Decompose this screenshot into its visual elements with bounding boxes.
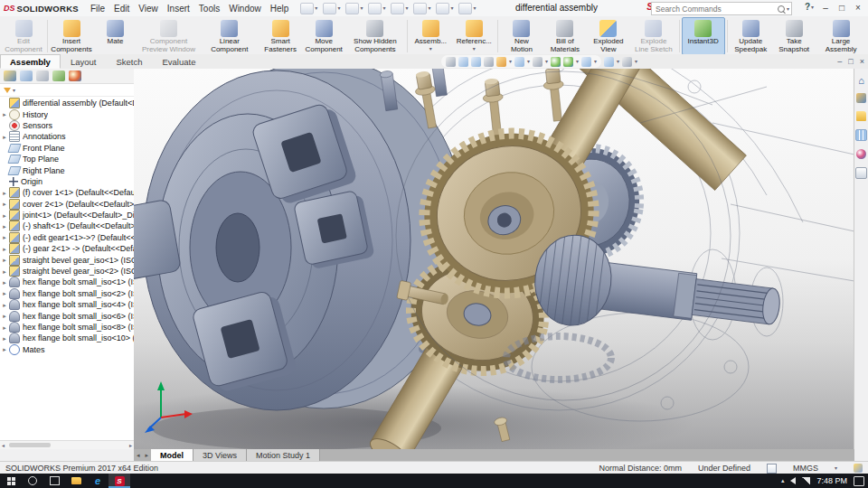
hide-show-items-icon[interactable] bbox=[533, 57, 542, 67]
volume-icon[interactable] bbox=[790, 477, 796, 484]
apply-scene-icon[interactable] bbox=[563, 57, 573, 67]
search-button[interactable] bbox=[22, 474, 43, 488]
doc-restore-icon[interactable]: □ bbox=[848, 57, 853, 66]
component-preview-window-button[interactable]: Component Preview Window bbox=[137, 17, 200, 55]
3d-viewport[interactable] bbox=[134, 69, 854, 449]
reference-geometry-button[interactable]: Referenc...▾ bbox=[452, 17, 495, 55]
configurationmanager-tab-icon[interactable] bbox=[36, 70, 49, 81]
action-center-icon[interactable] bbox=[854, 476, 864, 486]
expand-arrow-icon[interactable]: ▸ bbox=[0, 201, 9, 207]
expand-arrow-icon[interactable]: ▸ bbox=[0, 335, 9, 342]
help-button[interactable]: ?▾ bbox=[805, 2, 814, 12]
restore-button[interactable]: □ bbox=[834, 0, 850, 15]
select-button[interactable]: ▾ bbox=[413, 3, 430, 14]
comments-icon[interactable] bbox=[604, 57, 614, 67]
hidden-icons-chevron[interactable]: ▴ bbox=[781, 477, 785, 484]
linear-component-pattern-button[interactable]: Linear Component Pattern▾ bbox=[200, 17, 259, 55]
scroll-right-icon[interactable]: ▸ bbox=[127, 442, 134, 448]
zoom-to-fit-icon[interactable] bbox=[446, 57, 456, 67]
expand-arrow-icon[interactable]: ▸ bbox=[0, 346, 9, 352]
tab-sketch[interactable]: Sketch bbox=[106, 54, 152, 69]
propertymanager-tab-icon[interactable] bbox=[20, 70, 33, 81]
rebuild-button[interactable]: ▾ bbox=[436, 3, 453, 14]
menu-insert[interactable]: Insert bbox=[163, 4, 194, 14]
menu-window[interactable]: Window bbox=[224, 4, 266, 14]
view-palette-icon[interactable] bbox=[855, 129, 867, 141]
tree-item-bolt4[interactable]: ▸hex flange bolt small_iso<4> (ISO... bbox=[0, 299, 134, 310]
menu-help[interactable]: Help bbox=[266, 4, 294, 14]
zoom-to-area-icon[interactable] bbox=[458, 57, 468, 67]
assembly-features-button[interactable]: Assemb...▾ bbox=[409, 17, 452, 55]
print-button[interactable]: ▾ bbox=[368, 3, 385, 14]
file-explorer-button[interactable] bbox=[65, 474, 87, 488]
network-icon[interactable] bbox=[802, 477, 810, 484]
expand-arrow-icon[interactable]: ▸ bbox=[0, 234, 9, 240]
file-explorer-icon[interactable] bbox=[856, 111, 866, 121]
search-input[interactable] bbox=[654, 4, 778, 14]
show-hidden-components-button[interactable]: Show Hidden Components bbox=[345, 17, 405, 55]
menu-tools[interactable]: Tools bbox=[194, 4, 224, 14]
tree-item-gear2[interactable]: ▸(-) gear 2<1> -> (Default<<Default>... bbox=[0, 243, 134, 254]
tree-item-right-plane[interactable]: Right Plane bbox=[0, 164, 134, 175]
expand-arrow-icon[interactable]: ▸ bbox=[0, 212, 9, 219]
previous-view-icon[interactable] bbox=[471, 57, 481, 67]
tab-motion-study-1[interactable]: Motion Study 1 bbox=[247, 449, 320, 461]
insert-components-button[interactable]: Insert Components▾ bbox=[50, 17, 94, 55]
dimxpertmanager-tab-icon[interactable] bbox=[52, 70, 65, 81]
expand-arrow-icon[interactable]: ▸ bbox=[0, 268, 9, 275]
tree-item-joint[interactable]: ▸joint<1> (Default<<Default>_Display... bbox=[0, 210, 134, 221]
tree-item-assembly-root[interactable]: differential assembly (Default<Display S bbox=[0, 98, 134, 108]
exploded-view-button[interactable]: Exploded View▾ bbox=[587, 17, 630, 55]
options-button[interactable]: ▾ bbox=[458, 3, 476, 14]
instant3d-button[interactable]: Instant3D bbox=[682, 17, 725, 55]
tab-scroll-left-icon[interactable]: ◂ bbox=[134, 449, 143, 461]
doc-close-icon[interactable]: × bbox=[860, 57, 864, 66]
tree-item-bolt6[interactable]: ▸hex flange bolt small_iso<6> (ISO... bbox=[0, 310, 134, 321]
menu-file[interactable]: File bbox=[86, 4, 109, 14]
bill-of-materials-button[interactable]: Bill of Materials▾ bbox=[543, 17, 587, 55]
tree-item-bevel-gear1[interactable]: ▸straight bevel gear_iso<1> (ISO - ... bbox=[0, 254, 134, 265]
tree-item-sensors[interactable]: Sensors bbox=[0, 120, 134, 131]
doc-minimize-icon[interactable]: – bbox=[837, 57, 842, 66]
scroll-left-icon[interactable]: ◂ bbox=[0, 442, 6, 448]
tree-item-cover2[interactable]: ▸cover 2<1> (Default<<Default>_Disp... bbox=[0, 199, 134, 210]
update-speedpak-button[interactable]: Update Speedpak bbox=[729, 17, 772, 55]
expand-arrow-icon[interactable]: ▸ bbox=[0, 257, 9, 263]
expand-arrow-icon[interactable]: ▸ bbox=[0, 290, 9, 296]
view-settings-icon[interactable] bbox=[581, 57, 591, 67]
tab-3d-views[interactable]: 3D Views bbox=[193, 449, 247, 461]
edit-appearance-icon[interactable] bbox=[551, 57, 561, 67]
units-selector[interactable]: MMGS bbox=[793, 464, 818, 473]
new-document-button[interactable]: ▾ bbox=[300, 3, 317, 14]
tree-item-mates[interactable]: ▸Mates bbox=[0, 344, 134, 355]
custom-properties-icon[interactable] bbox=[855, 167, 867, 179]
tree-horizontal-scrollbar[interactable]: ◂ ▸ bbox=[0, 440, 134, 449]
tree-item-shaft[interactable]: ▸(-) shaft<1> (Default<<Default>_Dis... bbox=[0, 221, 134, 231]
featuremanager-tab-icon[interactable] bbox=[4, 70, 16, 81]
tree-item-edit-gear1[interactable]: ▸(-) edit gear1<1>->? (Default<<Defa... bbox=[0, 232, 134, 243]
new-motion-study-button[interactable]: New Motion Study bbox=[500, 17, 543, 55]
tree-item-front-plane[interactable]: Front Plane bbox=[0, 143, 134, 154]
explode-line-sketch-button[interactable]: Explode Line Sketch bbox=[630, 17, 677, 55]
expand-arrow-icon[interactable]: ▸ bbox=[0, 279, 9, 286]
tab-evaluate[interactable]: Evaluate bbox=[152, 54, 205, 69]
tree-item-origin[interactable]: Origin bbox=[0, 176, 134, 187]
appearances-icon[interactable] bbox=[856, 149, 866, 159]
tab-assembly[interactable]: Assembly bbox=[0, 54, 61, 69]
solidworks-taskbar-button[interactable]: S bbox=[108, 474, 130, 488]
minimize-button[interactable]: – bbox=[817, 0, 834, 15]
tree-item-top-plane[interactable]: Top Plane bbox=[0, 154, 134, 164]
expand-arrow-icon[interactable]: ▸ bbox=[0, 313, 9, 319]
open-document-button[interactable]: ▾ bbox=[323, 3, 340, 14]
display-style-icon[interactable] bbox=[514, 57, 524, 67]
tree-item-cover1[interactable]: ▸(f) cover 1<1> (Default<<Default>_D... bbox=[0, 187, 134, 198]
tree-item-history[interactable]: ▸History bbox=[0, 108, 134, 119]
tree-item-bevel-gear2[interactable]: ▸straight bevel gear_iso<2> (ISO - ... bbox=[0, 266, 134, 277]
smart-fasteners-button[interactable]: Smart Fasteners bbox=[259, 17, 302, 55]
mate-button[interactable]: Mate bbox=[93, 17, 137, 55]
search-commands-box[interactable]: ▾ bbox=[651, 2, 792, 15]
tab-scroll-right-icon[interactable]: ▸ bbox=[143, 449, 152, 461]
displaymanager-tab-icon[interactable] bbox=[69, 70, 81, 81]
tree-item-bolt10[interactable]: ▸hex flange bolt small_iso<10> (IS... bbox=[0, 333, 134, 343]
save-button[interactable]: ▾ bbox=[345, 3, 363, 14]
